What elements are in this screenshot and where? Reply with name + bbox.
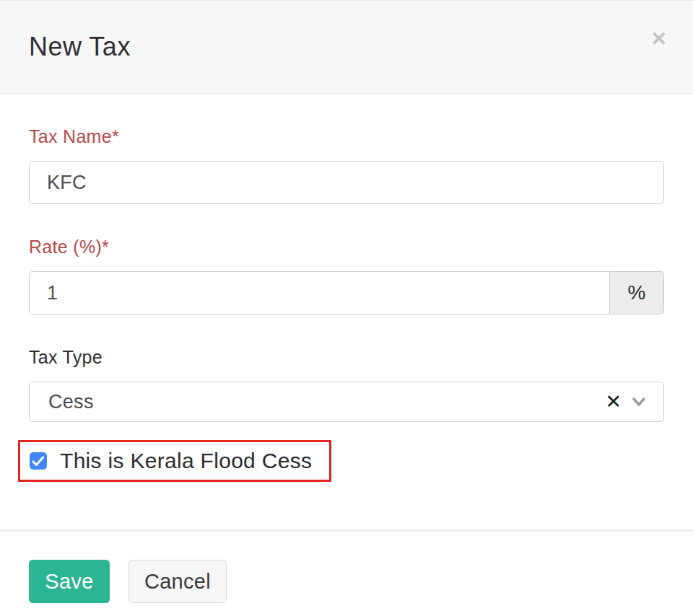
chevron-down-icon[interactable] (629, 395, 649, 409)
kerala-flood-cess-label: This is Kerala Flood Cess (60, 449, 312, 473)
tax-name-input[interactable] (29, 161, 664, 204)
rate-input[interactable] (29, 271, 610, 314)
modal-footer: Save Cancel (0, 532, 693, 603)
rate-label: Rate (%)* (29, 237, 664, 258)
checkmark-icon (32, 456, 45, 467)
modal-header: New Tax ✕ (0, 0, 693, 94)
tax-name-label: Tax Name* (29, 126, 664, 147)
modal-body: Tax Name* Rate (%)* % Tax Type Cess ✕ Th… (0, 126, 693, 482)
tax-type-select[interactable]: Cess ✕ (29, 382, 664, 422)
tax-type-selected-value: Cess (48, 391, 605, 413)
rate-input-group: % (29, 271, 664, 314)
annotation-highlight-box: This is Kerala Flood Cess (18, 440, 331, 482)
save-button[interactable]: Save (29, 560, 110, 603)
kerala-flood-cess-checkbox[interactable] (30, 452, 47, 470)
close-icon[interactable]: ✕ (650, 30, 667, 49)
tax-type-label: Tax Type (29, 347, 664, 368)
cancel-button[interactable]: Cancel (128, 560, 227, 603)
modal-title: New Tax (29, 32, 131, 62)
percent-addon: % (610, 271, 664, 314)
clear-selection-icon[interactable]: ✕ (605, 392, 622, 412)
